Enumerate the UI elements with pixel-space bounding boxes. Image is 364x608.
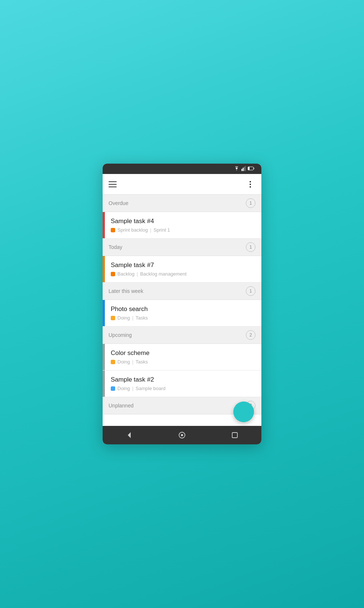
- task-dot-task2: [111, 386, 115, 391]
- home-button[interactable]: [175, 428, 189, 443]
- section-title-unplanned: Unplanned: [109, 403, 134, 409]
- add-task-fab[interactable]: [233, 402, 254, 422]
- task-meta-task7: Backlog | Backlog management: [111, 271, 255, 277]
- svg-point-11: [181, 434, 183, 436]
- status-icons: [234, 166, 256, 172]
- svg-rect-5: [248, 167, 249, 170]
- back-button[interactable]: [122, 428, 137, 443]
- battery-icon: [248, 166, 254, 172]
- task-board-task2: Doing: [117, 386, 130, 391]
- task-meta-color-scheme: Doing | Tasks: [111, 359, 255, 365]
- task-board-color-scheme: Doing: [117, 359, 130, 365]
- task-title-task7: Sample task #7: [111, 262, 255, 269]
- task-content-color-scheme: Color scheme Doing | Tasks: [105, 344, 261, 370]
- section-badge-later-this-week: 1: [246, 286, 255, 296]
- task-board-task4: Sprint backlog: [117, 227, 148, 233]
- signal-icon: [241, 166, 246, 172]
- task-item-task7[interactable]: Sample task #7 Backlog | Backlog managem…: [103, 256, 261, 283]
- svg-rect-3: [245, 166, 246, 171]
- section-header-today: Today 1: [103, 239, 261, 256]
- task-dot-task4: [111, 228, 115, 232]
- task-title-color-scheme: Color scheme: [111, 349, 255, 357]
- task-content-task4: Sample task #4 Sprint backlog | Sprint 1: [105, 212, 261, 238]
- task-title-task4: Sample task #4: [111, 218, 255, 225]
- task-title-photo-search: Photo search: [111, 305, 255, 313]
- task-sep-photo-search: |: [132, 315, 133, 321]
- recents-button[interactable]: [227, 428, 242, 443]
- section-badge-today: 1: [246, 242, 255, 252]
- task-meta-task4: Sprint backlog | Sprint 1: [111, 227, 255, 233]
- task-list-task7: Backlog management: [140, 271, 187, 277]
- section-title-overdue: Overdue: [109, 200, 128, 206]
- section-badge-overdue: 1: [246, 198, 255, 208]
- more-button[interactable]: [245, 179, 255, 189]
- section-title-upcoming: Upcoming: [109, 332, 132, 338]
- task-item-task2[interactable]: Sample task #2 Doing | Sample board: [103, 370, 261, 397]
- task-board-task7: Backlog: [117, 271, 134, 277]
- task-sep-task2: |: [132, 386, 133, 391]
- wifi-icon: [234, 166, 240, 172]
- svg-rect-12: [232, 433, 237, 438]
- task-meta-task2: Doing | Sample board: [111, 386, 255, 391]
- hamburger-button[interactable]: [109, 179, 119, 189]
- svg-rect-0: [241, 169, 243, 171]
- task-dot-photo-search: [111, 316, 115, 320]
- section-header-overdue: Overdue 1: [103, 195, 261, 212]
- section-badge-upcoming: 2: [246, 330, 255, 340]
- task-list-color-scheme: Tasks: [135, 359, 148, 365]
- status-bar: [103, 164, 261, 174]
- task-dot-task7: [111, 272, 115, 276]
- task-list: Overdue 1 Sample task #4 Sprint backlog …: [103, 195, 261, 426]
- task-board-photo-search: Doing: [117, 315, 130, 321]
- nav-bar: [103, 426, 261, 444]
- task-sep-task7: |: [137, 271, 138, 277]
- svg-marker-9: [128, 432, 131, 438]
- section-title-later-this-week: Later this week: [109, 288, 143, 294]
- task-list-photo-search: Tasks: [135, 315, 148, 321]
- task-dot-color-scheme: [111, 360, 115, 364]
- svg-rect-1: [243, 168, 244, 171]
- task-list-task4: Sprint 1: [154, 227, 170, 233]
- task-content-photo-search: Photo search Doing | Tasks: [105, 300, 261, 326]
- section-title-today: Today: [109, 244, 122, 250]
- task-item-color-scheme[interactable]: Color scheme Doing | Tasks: [103, 344, 261, 370]
- section-header-later-this-week: Later this week 1: [103, 283, 261, 300]
- task-item-task4[interactable]: Sample task #4 Sprint backlog | Sprint 1: [103, 212, 261, 239]
- task-title-task2: Sample task #2: [111, 376, 255, 383]
- svg-rect-2: [244, 167, 245, 171]
- phone-frame: Overdue 1 Sample task #4 Sprint backlog …: [103, 164, 261, 444]
- task-list-task2: Sample board: [135, 386, 165, 391]
- task-sep-color-scheme: |: [132, 359, 133, 365]
- task-content-task7: Sample task #7 Backlog | Backlog managem…: [105, 256, 261, 282]
- task-item-photo-search[interactable]: Photo search Doing | Tasks: [103, 300, 261, 327]
- app-bar: [103, 174, 261, 195]
- section-header-upcoming: Upcoming 2: [103, 327, 261, 344]
- task-content-task2: Sample task #2 Doing | Sample board: [105, 370, 261, 397]
- task-meta-photo-search: Doing | Tasks: [111, 315, 255, 321]
- task-sep-task4: |: [150, 227, 151, 233]
